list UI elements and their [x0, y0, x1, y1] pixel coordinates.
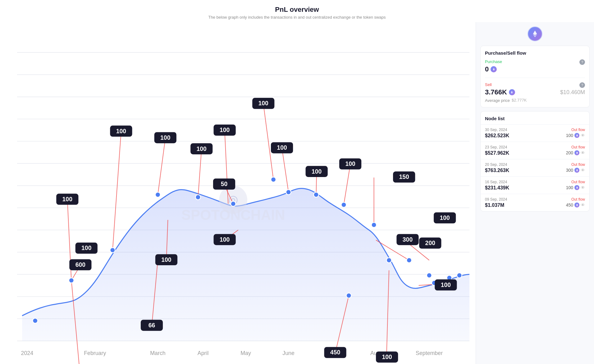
svg-point-71	[386, 258, 391, 263]
eye-icon-2[interactable]: 👁	[581, 168, 585, 173]
purchase-value: 0	[485, 65, 502, 73]
node-item-2: 20 Sep, 2024 $763.263K Out flow 300 👁	[481, 159, 589, 176]
svg-text:April: April	[198, 350, 209, 356]
svg-line-54	[344, 164, 350, 205]
node-flow-label-3: Out flow	[566, 180, 585, 184]
svg-text:100: 100	[220, 126, 230, 133]
svg-point-62	[110, 248, 115, 253]
eth-badge-sell	[509, 89, 515, 95]
node-amount-3: $231.439K	[485, 185, 509, 191]
node-date-3: 16 Sep, 2024	[485, 180, 509, 184]
svg-point-70	[372, 222, 377, 227]
node-list-title: Node list	[481, 111, 589, 124]
svg-point-76	[457, 273, 462, 278]
eth-badge-node-2	[574, 168, 579, 173]
svg-text:February: February	[84, 350, 106, 356]
node-list-section: Node list 30 Sep, 2024 $262.523K Out flo…	[480, 111, 590, 212]
eye-icon-0[interactable]: 👁	[581, 133, 585, 138]
node-item-left-3: 16 Sep, 2024 $231.439K	[485, 180, 509, 191]
purchase-help-icon[interactable]: ?	[579, 59, 585, 65]
sell-row: Sell 3.766K Average price	[485, 82, 585, 103]
svg-text:300: 300	[403, 236, 413, 243]
svg-point-67	[286, 190, 291, 195]
svg-text:September: September	[416, 350, 443, 356]
node-date-2: 20 Sep, 2024	[485, 162, 509, 167]
node-item-left-0: 30 Sep, 2024 $262.523K	[485, 128, 509, 139]
svg-text:450: 450	[330, 349, 340, 356]
node-item-3: 16 Sep, 2024 $231.439K Out flow 100 👁	[481, 176, 589, 194]
svg-text:100: 100	[161, 256, 171, 263]
node-item-0: 30 Sep, 2024 $262.523K Out flow 100 👁	[481, 124, 589, 142]
purchase-sell-title: Purchase/Sell flow	[485, 50, 585, 56]
node-item-right-1: Out flow 200 👁	[566, 145, 585, 155]
node-flow-value-3: 100 👁	[566, 185, 585, 190]
node-flow-label-2: Out flow	[566, 162, 585, 167]
svg-text:200: 200	[425, 239, 436, 246]
node-flow-label-1: Out flow	[566, 145, 585, 149]
eth-logo	[528, 26, 542, 41]
svg-text:May: May	[240, 350, 251, 356]
svg-text:March: March	[150, 350, 165, 356]
page-header: PnL overview The below graph only includ…	[0, 0, 594, 22]
eye-icon-4[interactable]: 👁	[581, 202, 585, 207]
node-item-left-2: 20 Sep, 2024 $763.263K	[485, 162, 509, 173]
svg-point-72	[407, 258, 412, 263]
node-item-right-4: Out flow 450 👁	[566, 197, 585, 207]
chart-section: 1.8K 2K 2.2K 2.4K 2.6K 2.8K 3K 3.2K 3.4K…	[0, 22, 476, 364]
svg-text:100: 100	[220, 236, 230, 243]
node-flow-value-1: 200 👁	[566, 150, 585, 155]
chart-svg: 1.8K 2K 2.2K 2.4K 2.6K 2.8K 3K 3.2K 3.4K…	[17, 28, 469, 364]
eye-icon-1[interactable]: 👁	[581, 150, 585, 155]
svg-point-78	[346, 293, 351, 298]
svg-line-44	[158, 138, 165, 195]
svg-point-64	[195, 195, 200, 200]
node-date-0: 30 Sep, 2024	[485, 128, 509, 132]
svg-text:66: 66	[148, 322, 155, 329]
svg-line-43	[112, 132, 121, 250]
svg-point-63	[155, 192, 160, 197]
avg-price-label: Average price	[485, 98, 510, 103]
main-content: 1.8K 2K 2.2K 2.4K 2.6K 2.8K 3K 3.2K 3.4K…	[0, 22, 594, 364]
node-flow-label-0: Out flow	[566, 128, 585, 132]
page-container: PnL overview The below graph only includ…	[0, 0, 594, 364]
node-amount-1: $527.962K	[485, 150, 509, 156]
node-flow-value-2: 300 👁	[566, 168, 585, 173]
purchase-left: Purchase 0	[485, 59, 502, 73]
node-flow-value-4: 450 👁	[566, 202, 585, 207]
svg-line-51	[263, 104, 273, 180]
svg-text:150: 150	[399, 173, 409, 180]
page-title: PnL overview	[0, 6, 594, 14]
node-item-left-4: 09 Sep, 2024 $1.037M	[485, 197, 507, 208]
svg-text:100: 100	[258, 100, 269, 107]
purchase-sell-card: Purchase/Sell flow Purchase 0	[480, 46, 590, 107]
node-amount-4: $1.037M	[485, 202, 507, 208]
svg-text:June: June	[282, 350, 295, 356]
svg-text:100: 100	[441, 281, 451, 288]
node-date-1: 23 Sep, 2024	[485, 145, 509, 149]
sell-help-icon[interactable]: ?	[579, 82, 585, 88]
eth-badge-node-1	[574, 150, 579, 155]
svg-text:100: 100	[81, 244, 92, 251]
avg-price-value: $2.777K	[512, 98, 527, 102]
svg-text:100: 100	[277, 144, 287, 151]
node-item-right-2: Out flow 300 👁	[566, 162, 585, 173]
svg-point-73	[427, 273, 432, 278]
node-item-right-3: Out flow 100 👁	[566, 180, 585, 190]
node-date-4: 09 Sep, 2024	[485, 197, 507, 202]
sell-label: Sell	[485, 82, 527, 87]
svg-line-47	[198, 149, 201, 197]
svg-text:100: 100	[345, 160, 355, 167]
eth-badge-purchase	[491, 66, 497, 72]
eth-badge-node-3	[574, 185, 579, 190]
eth-badge-node-0	[574, 133, 579, 138]
eye-icon-3[interactable]: 👁	[581, 185, 585, 190]
svg-text:100: 100	[197, 145, 207, 152]
node-amount-0: $262.523K	[485, 133, 509, 139]
purchase-row: Purchase 0 ?	[485, 59, 585, 78]
svg-point-69	[341, 202, 346, 207]
chart-area: 1.8K 2K 2.2K 2.4K 2.6K 2.8K 3K 3.2K 3.4K…	[0, 25, 476, 364]
svg-text:100: 100	[116, 128, 126, 134]
svg-text:2024: 2024	[21, 350, 34, 356]
page-subtitle: The below graph only includes the transa…	[0, 15, 594, 20]
node-amount-2: $763.263K	[485, 168, 509, 173]
